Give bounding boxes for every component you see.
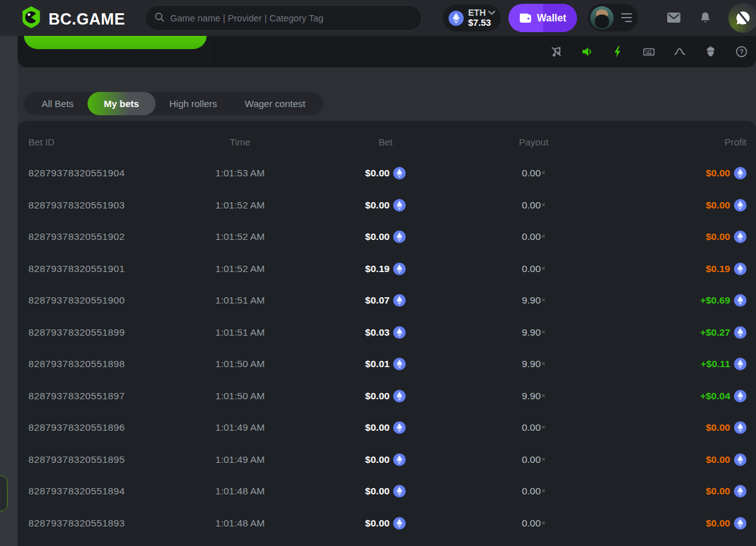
bet-cell: $0.00 xyxy=(282,485,490,498)
table-row[interactable]: 82879378320551900 1:01:51 AM $0.07 9.90×… xyxy=(18,285,756,317)
game-toolbar: ? xyxy=(549,36,748,67)
header-bet-id: Bet ID xyxy=(28,137,198,147)
eth-coin-icon xyxy=(393,358,406,370)
table-row[interactable]: 82879378320551893 1:01:48 AM $0.00 0.00×… xyxy=(18,508,756,540)
time-cell: 1:01:48 AM xyxy=(198,486,282,497)
seeds-acorn-icon[interactable] xyxy=(704,45,718,59)
music-off-icon[interactable] xyxy=(549,45,563,59)
panel-divider xyxy=(214,36,215,67)
help-icon[interactable]: ? xyxy=(735,45,748,59)
payout-cell: 0.00× xyxy=(490,486,578,497)
chat-disabled-icon[interactable] xyxy=(728,3,756,33)
table-row[interactable]: 82879378320551896 1:01:49 AM $0.00 0.00×… xyxy=(18,412,756,444)
top-navbar: BC.GAME ETH $7.53 Wallet xyxy=(0,0,756,36)
table-row[interactable]: 82879378320551898 1:01:50 AM $0.01 9.90×… xyxy=(18,348,756,380)
table-row[interactable]: 82879378320551899 1:01:51 AM $0.03 9.90×… xyxy=(18,317,756,349)
profile-list-icon xyxy=(621,13,632,23)
eth-coin-icon xyxy=(734,517,747,530)
bet-cell: $0.01 xyxy=(282,358,490,370)
profit-cell: $0.00 xyxy=(578,517,747,530)
table-row[interactable]: 82879378320551901 1:01:52 AM $0.19 0.00×… xyxy=(18,253,756,285)
eth-coin-icon xyxy=(393,199,406,212)
bet-id-cell: 82879378320551902 xyxy=(28,231,198,242)
eth-coin-icon xyxy=(734,326,747,339)
bets-table-body: 82879378320551904 1:01:53 AM $0.00 0.00×… xyxy=(18,157,756,539)
eth-coin-icon xyxy=(734,421,747,434)
tab-wager-contest[interactable]: Wager contest xyxy=(231,92,319,115)
table-row[interactable]: 82879378320551895 1:01:49 AM $0.00 0.00×… xyxy=(18,444,756,476)
bet-id-cell: 82879378320551893 xyxy=(28,518,198,529)
game-bet-button[interactable] xyxy=(24,36,207,49)
time-cell: 1:01:52 AM xyxy=(198,263,282,275)
profile-menu[interactable] xyxy=(588,4,638,31)
header-bet: Bet xyxy=(282,137,490,147)
tab-my-bets[interactable]: My bets xyxy=(88,92,156,115)
time-cell: 1:01:48 AM xyxy=(198,518,282,529)
search-input[interactable] xyxy=(170,13,413,23)
profit-cell: $0.00 xyxy=(578,421,747,434)
wallet-button[interactable]: Wallet xyxy=(508,4,577,32)
payout-cell: 9.90× xyxy=(490,390,578,402)
bet-cell: $0.00 xyxy=(282,167,490,179)
tab-all-bets[interactable]: All Bets xyxy=(28,92,88,115)
profit-cell: +$0.11 xyxy=(578,358,747,370)
eth-coin-icon xyxy=(449,11,464,26)
profit-cell: $0.00 xyxy=(578,199,747,212)
floating-widget-edge[interactable] xyxy=(0,475,8,511)
time-cell: 1:01:53 AM xyxy=(198,168,282,179)
table-row[interactable]: 82879378320551894 1:01:48 AM $0.00 0.00×… xyxy=(18,475,756,508)
turbo-bolt-icon[interactable] xyxy=(611,45,625,59)
payout-cell: 0.00× xyxy=(490,518,578,529)
eth-coin-icon xyxy=(393,294,406,307)
bet-cell: $0.07 xyxy=(282,294,490,307)
table-row[interactable]: 82879378320551902 1:01:52 AM $0.00 0.00×… xyxy=(18,221,756,253)
profit-cell: +$0.27 xyxy=(578,326,747,339)
eth-coin-icon xyxy=(393,517,406,530)
profit-cell: $0.00 xyxy=(578,485,747,498)
time-cell: 1:01:50 AM xyxy=(198,390,282,402)
bcgame-logo[interactable]: BC.GAME xyxy=(20,6,125,33)
payout-cell: 0.00× xyxy=(490,231,578,242)
table-row[interactable]: 82879378320551897 1:01:50 AM $0.00 9.90×… xyxy=(18,380,756,412)
bell-icon[interactable] xyxy=(698,11,713,28)
time-cell: 1:01:50 AM xyxy=(198,358,282,370)
game-panel: ? xyxy=(18,36,756,67)
currency-selector[interactable]: ETH $7.53 xyxy=(443,4,501,31)
hotkeys-keyboard-icon[interactable] xyxy=(642,45,656,59)
search-bar[interactable] xyxy=(145,5,422,31)
payout-cell: 0.00× xyxy=(490,263,578,275)
bet-cell: $0.19 xyxy=(282,263,490,275)
profit-cell: +$0.69 xyxy=(578,294,747,307)
bets-tabs: All Bets My bets High rollers Wager cont… xyxy=(24,92,323,115)
eth-coin-icon xyxy=(393,230,406,243)
trends-icon[interactable] xyxy=(673,45,687,59)
eth-coin-icon xyxy=(734,263,747,275)
header-profit: Profit xyxy=(578,137,747,147)
bet-cell: $0.00 xyxy=(282,453,490,466)
payout-cell: 9.90× xyxy=(490,358,578,370)
sound-icon[interactable] xyxy=(580,45,594,59)
eth-coin-icon xyxy=(393,485,406,498)
bets-table-panel: Bet ID Time Bet Payout Profit 8287937832… xyxy=(18,121,756,546)
payout-cell: 0.00× xyxy=(490,200,578,211)
table-row[interactable]: 82879378320551904 1:01:53 AM $0.00 0.00×… xyxy=(18,157,756,190)
bet-id-cell: 82879378320551894 xyxy=(28,486,198,497)
eth-coin-icon xyxy=(734,167,747,179)
bet-cell: $0.00 xyxy=(282,517,490,530)
table-row[interactable]: 82879378320551903 1:01:52 AM $0.00 0.00×… xyxy=(18,190,756,222)
eth-coin-icon xyxy=(734,199,747,212)
bet-id-cell: 82879378320551903 xyxy=(28,200,198,211)
time-cell: 1:01:49 AM xyxy=(198,454,282,465)
eth-coin-icon xyxy=(734,358,747,370)
tab-high-rollers[interactable]: High rollers xyxy=(156,92,231,115)
payout-cell: 9.90× xyxy=(490,327,578,338)
bet-cell: $0.03 xyxy=(282,326,490,339)
mail-icon[interactable] xyxy=(666,11,682,27)
bet-id-cell: 82879378320551901 xyxy=(28,263,198,275)
profit-cell: +$0.04 xyxy=(578,390,747,402)
eth-coin-icon xyxy=(393,326,406,339)
bet-cell: $0.00 xyxy=(282,390,490,402)
payout-cell: 0.00× xyxy=(490,454,578,465)
bets-table-header: Bet ID Time Bet Payout Profit xyxy=(18,121,756,157)
left-sidebar-edge xyxy=(0,36,18,546)
